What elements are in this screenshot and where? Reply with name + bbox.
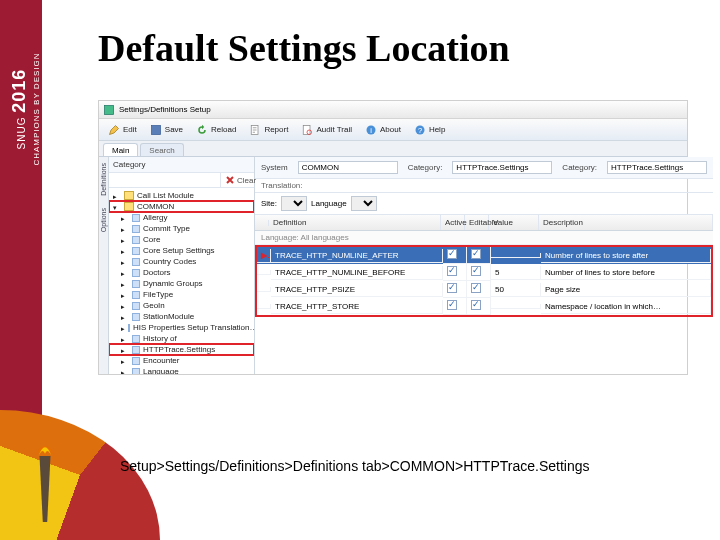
reload-button[interactable]: Reload: [193, 122, 239, 138]
twisty-icon: [121, 324, 125, 332]
category-label: Category:: [408, 163, 443, 172]
category-input[interactable]: [452, 161, 552, 174]
tree-node-label: Dynamic Groups: [143, 279, 203, 288]
tree-node[interactable]: Dynamic Groups: [109, 278, 254, 289]
twisty-icon: [121, 302, 129, 310]
tree-node[interactable]: Country Codes: [109, 256, 254, 267]
toolbar: Edit Save Reload Report Audit Trail iAbo…: [99, 119, 687, 141]
category2-input[interactable]: [607, 161, 707, 174]
tree-node[interactable]: Doctors: [109, 267, 254, 278]
info-icon: i: [365, 124, 377, 136]
checkbox-icon: [447, 283, 457, 293]
twisty-icon: [121, 346, 129, 354]
leaf-icon: [132, 214, 140, 222]
cell-value[interactable]: 5: [491, 266, 541, 280]
folder-icon: [124, 202, 134, 211]
clear-icon: [225, 175, 235, 185]
cell-value[interactable]: [491, 253, 541, 258]
audit-label: Audit Trail: [316, 125, 352, 134]
twisty-icon: [121, 236, 129, 244]
tree-node[interactable]: GeoIn: [109, 300, 254, 311]
audit-button[interactable]: Audit Trail: [298, 122, 355, 138]
brand-year: 2016: [9, 69, 29, 113]
col-definition[interactable]: Definition: [269, 215, 441, 230]
cell-description: Number of lines to store after: [541, 249, 711, 263]
tree-node[interactable]: Language: [109, 366, 254, 374]
tree[interactable]: Call List ModuleCOMMONAllergyCommit Type…: [109, 188, 254, 374]
cell-editable[interactable]: [467, 298, 491, 315]
tree-node[interactable]: Core Setup Settings: [109, 245, 254, 256]
cell-editable[interactable]: [467, 264, 491, 281]
cell-editable[interactable]: [467, 281, 491, 298]
save-button[interactable]: Save: [147, 122, 186, 138]
cell-definition: TRACE_HTTP_NUMLINE_BEFORE: [271, 266, 443, 280]
lang-select[interactable]: [351, 196, 377, 211]
tree-node-label: History of: [143, 334, 177, 343]
tree-search-input[interactable]: [109, 173, 221, 187]
twisty-icon: [113, 192, 121, 200]
tree-node[interactable]: Commit Type: [109, 223, 254, 234]
category2-label: Category:: [562, 163, 597, 172]
leaf-icon: [128, 324, 130, 332]
brand-tag: CHAMPIONS BY DESIGN: [32, 34, 41, 184]
tree-node[interactable]: History of: [109, 333, 254, 344]
tree-node-label: HTTPTrace.Settings: [143, 345, 215, 354]
translation-label: Translation:: [255, 179, 713, 193]
reload-icon: [196, 124, 208, 136]
table-row[interactable]: TRACE_HTTP_PSIZE50Page size: [257, 281, 711, 298]
tree-panel: Category Clear Call List ModuleCOMMONAll…: [109, 157, 255, 374]
help-button[interactable]: ?Help: [411, 122, 448, 138]
tree-node[interactable]: HIS Properties Setup Translation…: [109, 322, 254, 333]
tree-node[interactable]: Encounter: [109, 355, 254, 366]
leaf-icon: [132, 236, 140, 244]
col-active[interactable]: Active: [441, 215, 465, 230]
cell-definition: TRACE_HTTP_STORE: [271, 300, 443, 314]
cell-editable[interactable]: [467, 247, 491, 264]
app-window: Settings/Definitions Setup Edit Save Rel…: [98, 100, 688, 375]
twisty-icon: [121, 291, 129, 299]
edit-button[interactable]: Edit: [105, 122, 140, 138]
col-value[interactable]: Value: [489, 215, 539, 230]
table-row[interactable]: TRACE_HTTP_NUMLINE_BEFORE5Number of line…: [257, 264, 711, 281]
tree-node[interactable]: StationModule: [109, 311, 254, 322]
system-input[interactable]: [298, 161, 398, 174]
save-icon: [150, 124, 162, 136]
cell-active[interactable]: [443, 281, 467, 298]
tree-node-label: Doctors: [143, 268, 171, 277]
col-marker: [255, 220, 269, 226]
cell-active[interactable]: [443, 264, 467, 281]
svg-text:?: ?: [418, 126, 422, 135]
vtab-options[interactable]: Options: [99, 202, 108, 238]
tab-search[interactable]: Search: [140, 143, 183, 156]
checkbox-icon: [471, 249, 481, 259]
tree-node[interactable]: Allergy: [109, 212, 254, 223]
tab-main[interactable]: Main: [103, 143, 138, 156]
tree-node[interactable]: COMMON: [109, 201, 254, 212]
tree-node-label: Commit Type: [143, 224, 190, 233]
leaf-icon: [132, 335, 140, 343]
cell-active[interactable]: [443, 298, 467, 315]
tree-node[interactable]: HTTPTrace.Settings: [109, 344, 254, 355]
col-editable[interactable]: Editable: [465, 215, 489, 230]
tree-node-label: Language: [143, 367, 179, 374]
cell-active[interactable]: [443, 247, 467, 264]
report-button[interactable]: Report: [246, 122, 291, 138]
side-tabs: Definitions Options: [99, 157, 109, 374]
table-row[interactable]: TRACE_HTTP_STORENamespace / location in …: [257, 298, 711, 315]
cell-value[interactable]: [491, 304, 541, 309]
vtab-definitions[interactable]: Definitions: [99, 157, 108, 202]
tree-node[interactable]: Core: [109, 234, 254, 245]
checkbox-icon: [471, 300, 481, 310]
cell-value[interactable]: 50: [491, 283, 541, 297]
about-button[interactable]: iAbout: [362, 122, 404, 138]
svg-rect-1: [151, 125, 160, 134]
checkbox-icon: [447, 300, 457, 310]
row-marker: [257, 270, 271, 275]
tree-node[interactable]: Call List Module: [109, 190, 254, 201]
col-description[interactable]: Description: [539, 215, 713, 230]
twisty-icon: [113, 203, 121, 211]
tree-node[interactable]: FileType: [109, 289, 254, 300]
site-select[interactable]: [281, 196, 307, 211]
twisty-icon: [121, 214, 129, 222]
table-row[interactable]: ▶TRACE_HTTP_NUMLINE_AFTERNumber of lines…: [257, 247, 711, 264]
